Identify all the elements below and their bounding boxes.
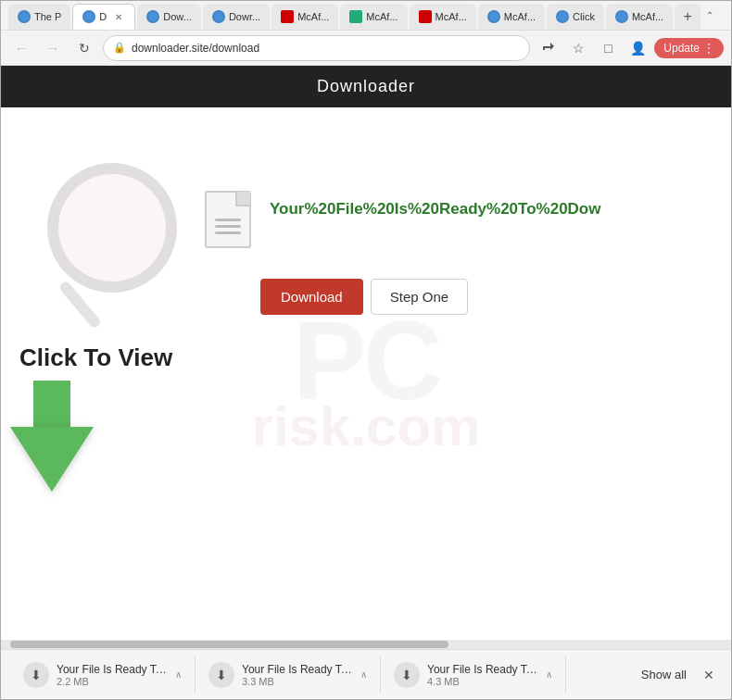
- tab-3-favicon: [146, 10, 159, 23]
- download-item-3-name: Your File Is Ready T....iso: [427, 663, 538, 676]
- tab-1[interactable]: The P: [8, 4, 70, 30]
- lock-icon: 🔒: [113, 42, 126, 54]
- watermark-pc: PC: [293, 296, 440, 424]
- tab-3[interactable]: Dow...: [137, 4, 201, 30]
- download-item-3-chevron[interactable]: ∧: [546, 669, 552, 680]
- forward-button[interactable]: →: [40, 35, 66, 61]
- url-text: downloader.site/download: [132, 42, 259, 55]
- update-chevron: ⋮: [703, 42, 714, 55]
- magnifier-graphic: [38, 163, 205, 348]
- tab-8-label: McAf...: [504, 11, 536, 22]
- new-tab-button[interactable]: +: [675, 4, 700, 30]
- window-controls: ⌃ ─ □ ✕: [700, 6, 732, 25]
- magnifier-circle: [47, 163, 177, 293]
- address-actions: ☆ □ 👤 Update ⋮: [536, 35, 724, 61]
- file-lines: [215, 206, 241, 234]
- download-item-3[interactable]: ⬇ Your File Is Ready T....iso 4.3 MB ∧: [381, 656, 566, 694]
- tab-10-favicon: [615, 10, 628, 23]
- tab-7-label: McAf...: [435, 11, 467, 22]
- url-bar[interactable]: 🔒 downloader.site/download: [103, 35, 530, 61]
- tabs-chevron[interactable]: ⌃: [700, 6, 719, 25]
- tab-7-favicon: [419, 10, 432, 23]
- update-label: Update: [663, 42, 700, 55]
- profile-icon[interactable]: 👤: [625, 35, 650, 61]
- downloads-close-button[interactable]: ✕: [696, 662, 722, 688]
- tab-8-favicon: [487, 10, 500, 23]
- download-item-2-name: Your File Is Ready T....iso: [242, 663, 353, 676]
- download-item-3-icon: ⬇: [394, 662, 420, 688]
- back-button[interactable]: ←: [8, 35, 34, 61]
- update-button[interactable]: Update ⋮: [654, 38, 724, 58]
- arrow-down: [10, 427, 94, 492]
- scroll-thumb[interactable]: [10, 641, 448, 648]
- favorites-icon[interactable]: ☆: [565, 35, 591, 61]
- download-item-1-size: 2.2 MB: [57, 676, 168, 687]
- tab-4-favicon: [212, 10, 225, 23]
- download-item-1[interactable]: ⬇ Your File Is Ready T....iso 2.2 MB ∧: [10, 656, 196, 694]
- page-content: Downloader PC risk.com: [1, 66, 731, 640]
- title-bar: The P D ✕ Dow... Dowr... McAf...: [1, 1, 731, 31]
- tab-6-favicon: [349, 10, 362, 23]
- tab-9-favicon: [556, 10, 569, 23]
- tab-10-label: McAf...: [632, 11, 663, 22]
- tab-10[interactable]: McAf...: [606, 4, 673, 30]
- download-item-2-info: Your File Is Ready T....iso 3.3 MB: [242, 663, 353, 687]
- buttons-area: Download Step One: [260, 279, 468, 315]
- show-all-button[interactable]: Show all: [632, 662, 696, 687]
- tab-5-label: McAf...: [297, 11, 329, 22]
- step-one-button[interactable]: Step One: [371, 279, 468, 315]
- download-button[interactable]: Download: [260, 279, 363, 315]
- tab-5-favicon: [281, 10, 294, 23]
- tab-6-label: McAf...: [366, 11, 398, 22]
- file-line-2: [215, 225, 241, 228]
- download-item-1-icon: ⬇: [23, 662, 49, 688]
- tab-9-label: Click: [573, 11, 595, 22]
- tab-3-label: Dow...: [163, 11, 192, 22]
- arrow-shaft: [33, 381, 70, 427]
- tab-2-label: D: [99, 11, 107, 22]
- address-bar: ← → ↻ 🔒 downloader.site/download ☆ □ 👤 U…: [1, 31, 731, 66]
- tab-1-favicon: [18, 10, 31, 23]
- tab-2-close[interactable]: ✕: [112, 10, 125, 23]
- app-header: Downloader: [1, 66, 731, 107]
- file-shape: [205, 191, 251, 248]
- tab-9[interactable]: Click: [547, 4, 604, 30]
- browser-window: The P D ✕ Dow... Dowr... McAf...: [0, 0, 732, 700]
- tab-4[interactable]: Dowr...: [203, 4, 270, 30]
- download-item-1-chevron[interactable]: ∧: [175, 669, 182, 680]
- tab-7[interactable]: McAf...: [410, 4, 476, 30]
- tab-5[interactable]: McAf...: [271, 4, 338, 30]
- share-icon[interactable]: [536, 35, 562, 61]
- tab-1-label: The P: [34, 11, 61, 22]
- download-item-2-chevron[interactable]: ∧: [360, 669, 367, 680]
- file-line-1: [215, 219, 241, 221]
- arrow-area: [10, 385, 94, 492]
- download-item-2[interactable]: ⬇ Your File Is Ready T....iso 3.3 MB ∧: [196, 656, 381, 694]
- download-item-3-info: Your File Is Ready T....iso 4.3 MB: [427, 663, 538, 687]
- download-item-3-size: 4.3 MB: [427, 676, 538, 687]
- download-item-2-size: 3.3 MB: [242, 676, 353, 687]
- app-title: Downloader: [317, 77, 415, 95]
- file-icon: [205, 191, 256, 251]
- click-to-view-text: Click To View: [19, 344, 172, 372]
- horizontal-scrollbar[interactable]: [1, 640, 731, 649]
- download-item-2-icon: ⬇: [208, 662, 234, 688]
- downloads-bar: ⬇ Your File Is Ready T....iso 2.2 MB ∧ ⬇…: [1, 649, 731, 699]
- download-item-1-name: Your File Is Ready T....iso: [57, 663, 168, 676]
- reload-button[interactable]: ↻: [71, 35, 97, 61]
- download-item-1-info: Your File Is Ready T....iso 2.2 MB: [57, 663, 168, 687]
- file-line-3: [215, 231, 241, 234]
- collections-icon[interactable]: □: [595, 35, 621, 61]
- ready-text: Your%20File%20Is%20Ready%20To%20Dow: [270, 200, 600, 219]
- tab-8[interactable]: McAf...: [478, 4, 545, 30]
- tab-bar: The P D ✕ Dow... Dowr... McAf...: [8, 1, 700, 30]
- tab-6[interactable]: McAf...: [340, 4, 407, 30]
- minimize-button[interactable]: ─: [723, 6, 732, 25]
- watermark-risk: risk.com: [252, 394, 481, 458]
- tab-2-favicon: [82, 10, 95, 23]
- main-body: PC risk.com Your%20File%20Is%20R: [1, 107, 731, 639]
- tab-4-label: Dowr...: [229, 11, 260, 22]
- tab-2[interactable]: D ✕: [72, 4, 135, 30]
